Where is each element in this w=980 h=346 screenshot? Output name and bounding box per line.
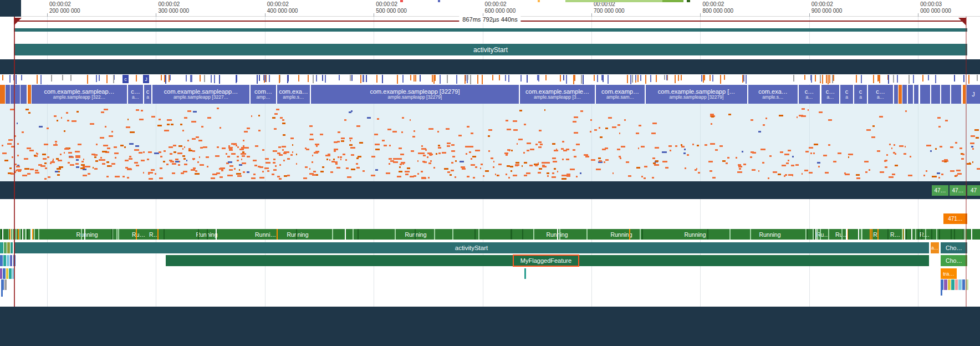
minimap-mark <box>400 0 403 2</box>
ruler-tick-mark <box>156 13 156 17</box>
flame-slice[interactable] <box>948 279 951 290</box>
flagged-feature-selected-slice[interactable]: MyFlaggedFeature <box>513 255 579 267</box>
minimap-mark <box>687 0 690 2</box>
ruler-timestamp: 00:00:02300 000 000 <box>158 1 189 14</box>
flame-slice[interactable] <box>958 279 962 290</box>
ruler-timestamp: 00:00:02800 000 000 <box>702 1 733 14</box>
selection-flag-left-icon[interactable] <box>14 18 22 26</box>
counter-badge-1[interactable]: 47… <box>932 185 948 196</box>
minimap-mark <box>538 0 540 2</box>
ruler-tick-mark <box>591 13 592 17</box>
bottom-panel <box>0 307 980 346</box>
ruler-timestamp: 00:00:02900 000 000 <box>811 1 843 14</box>
selection-duration-label: 867ms 792µs 440ns <box>459 16 520 23</box>
ruler-timestamp: 00:00:02400 000 000 <box>267 1 298 14</box>
minimap-mark <box>438 0 440 2</box>
ruler-tick-mark <box>809 13 810 17</box>
ruler-tick-mark <box>265 13 266 17</box>
flame-slice[interactable] <box>941 290 942 296</box>
counter-badge-3[interactable]: 47 <box>967 185 980 196</box>
flame-slice[interactable] <box>951 279 955 290</box>
flame-slice[interactable] <box>962 279 965 290</box>
flame-slice[interactable] <box>955 279 958 290</box>
ruler-timestamp: 00:00:02700 000 000 <box>594 1 625 14</box>
minimap-mark <box>565 0 662 2</box>
ruler-tick-mark <box>374 13 374 17</box>
flame-slice[interactable] <box>944 279 947 290</box>
ruler-timestamp: 00:00:03000 000 000 <box>920 1 951 14</box>
minimap-mark <box>662 0 683 2</box>
selection-line-right[interactable] <box>966 17 967 307</box>
counter-badge-orange[interactable]: 471… <box>943 213 967 224</box>
flame-right-layer <box>0 0 980 346</box>
ruler-tick-mark <box>700 13 701 17</box>
trace-timeline: 00:00:02200 000 00000:00:02300 000 00000… <box>0 0 980 346</box>
flame-slice[interactable] <box>941 279 943 290</box>
ruler-tick-mark <box>47 13 48 17</box>
ruler-timestamp: 00:00:02600 000 000 <box>485 1 516 14</box>
minimap-layer <box>0 0 980 3</box>
selection-flag-right-icon[interactable] <box>958 18 966 26</box>
counter-badge-2[interactable]: 47… <box>950 185 966 196</box>
slice-label: MyFlaggedFeature <box>520 257 571 264</box>
ruler-timestamp: 00:00:02500 000 000 <box>376 1 407 14</box>
selection-line-left[interactable] <box>14 17 15 307</box>
ruler-timestamp: 00:00:02200 000 000 <box>49 1 80 14</box>
ruler-tick-mark <box>918 13 918 17</box>
